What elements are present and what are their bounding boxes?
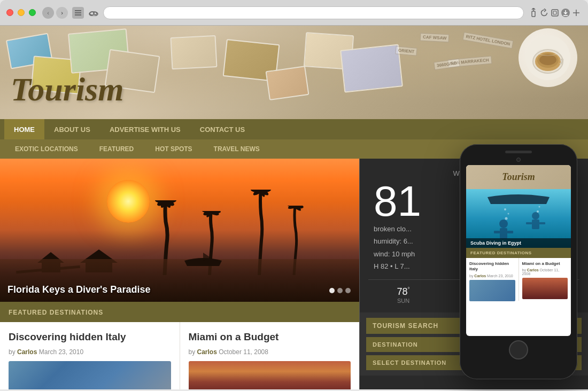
svg-rect-56 bbox=[494, 231, 500, 233]
phone-card-title-miami: Miami on a Budget bbox=[522, 261, 568, 267]
card-author-miami: Carlos bbox=[197, 348, 217, 356]
download-icon[interactable] bbox=[560, 7, 571, 18]
phone-site-title: Tourism bbox=[466, 165, 571, 189]
slider-dot-2[interactable] bbox=[337, 288, 343, 293]
svg-rect-57 bbox=[507, 231, 513, 233]
site-header: RITZ HOTEL LONDON SAN MARRAKECH CAF WSAW… bbox=[0, 26, 588, 119]
forecast-temp-sun: 78° bbox=[397, 286, 410, 298]
featured-title: FEATURED DESTINATIONS bbox=[9, 309, 103, 316]
phone-home-button[interactable] bbox=[509, 340, 528, 359]
card-meta-miami: by Carlos October 11, 2008 bbox=[189, 348, 351, 356]
nav-primary: HOME ABOUT US ADVERTISE WITH US CONTACT … bbox=[0, 119, 588, 139]
postcard-5 bbox=[170, 35, 217, 69]
nav-travelnews[interactable]: TRAVEL NEWS bbox=[203, 139, 270, 159]
phone-featured-header: FEATURED DESTINATIONS bbox=[466, 248, 571, 258]
close-button[interactable] bbox=[6, 9, 13, 16]
phone-camera bbox=[516, 158, 521, 162]
back-arrow[interactable]: ‹ bbox=[42, 7, 54, 19]
share-icon[interactable] bbox=[528, 7, 539, 18]
card-image-miami bbox=[189, 361, 351, 389]
card-img-miami bbox=[189, 361, 351, 389]
phone-card-miami: Miami on a Budget by Carlos October 11, … bbox=[519, 258, 571, 301]
tabs-icon[interactable] bbox=[550, 7, 560, 18]
forecast-label-sun: SUN bbox=[397, 298, 410, 304]
card-date-miami: October 11, 2008 bbox=[219, 348, 268, 356]
address-bar[interactable] bbox=[103, 6, 524, 19]
nav-featured[interactable]: FEATURED bbox=[89, 139, 144, 159]
nav-about[interactable]: ABOUT US bbox=[44, 119, 100, 139]
postcard-9 bbox=[340, 44, 403, 92]
nav-advertise[interactable]: ADVERTISE WITH US bbox=[100, 119, 190, 139]
slider-dot-3[interactable] bbox=[345, 288, 351, 293]
featured-section: FEATURED DESTINATIONS Discovering hidden… bbox=[0, 302, 359, 389]
svg-rect-6 bbox=[532, 11, 535, 17]
svg-rect-55 bbox=[500, 228, 507, 239]
hero-caption: Florida Keys a Diver's Paradise bbox=[7, 284, 150, 295]
cloud-icon[interactable] bbox=[88, 7, 99, 18]
svg-rect-60 bbox=[526, 222, 532, 224]
svg-rect-0 bbox=[75, 10, 81, 11]
slider-dots bbox=[329, 288, 351, 293]
boat bbox=[182, 253, 225, 269]
nav-arrows: ‹ › bbox=[42, 7, 68, 19]
nav-home[interactable]: HOME bbox=[4, 119, 44, 139]
nav-contact[interactable]: CONTACT US bbox=[190, 119, 254, 139]
phone-speaker bbox=[505, 151, 532, 153]
postcard-7 bbox=[266, 66, 310, 100]
reload-icon[interactable] bbox=[539, 7, 550, 18]
forecast-sun: 78° SUN bbox=[397, 286, 410, 304]
maximize-button[interactable] bbox=[29, 9, 36, 16]
phone-card-img-italy bbox=[469, 280, 515, 301]
svg-point-58 bbox=[532, 212, 539, 220]
new-tab-icon[interactable] bbox=[571, 7, 582, 18]
phone-screen: Tourism bbox=[466, 165, 571, 336]
phone-card-italy: Discovering hidden Italy by Carlos March… bbox=[466, 258, 519, 301]
svg-point-64 bbox=[504, 208, 506, 210]
card-author-italy: Carlos bbox=[17, 348, 37, 356]
hero-image: Florida Keys a Diver's Paradise bbox=[0, 159, 359, 302]
svg-point-63 bbox=[508, 213, 509, 215]
phone-card-date-italy: March 23, 2010 bbox=[487, 274, 513, 278]
phone-card-meta-miami: by Carlos October 11, 2008 bbox=[522, 268, 568, 276]
site-title: Tourism bbox=[11, 71, 123, 108]
card-date-italy: March 23, 2010 bbox=[39, 348, 83, 356]
hero-water bbox=[0, 259, 359, 302]
phone-card-author-italy: Carlos bbox=[474, 274, 486, 278]
window-chrome: ‹ › bbox=[0, 0, 588, 26]
svg-rect-59 bbox=[532, 220, 539, 229]
featured-card-italy: Discovering hidden Italy by Carlos March… bbox=[0, 322, 180, 389]
svg-point-62 bbox=[505, 217, 508, 220]
phone-card-author-miami: Carlos bbox=[527, 268, 539, 272]
phone-mockup: Tourism bbox=[460, 144, 577, 379]
phone-caption-bar: Scuba Diving in Egypt bbox=[466, 238, 571, 248]
slider-dot-1[interactable] bbox=[329, 288, 335, 293]
card-meta-italy: by Carlos March 23, 2010 bbox=[9, 348, 171, 356]
forward-arrow[interactable]: › bbox=[56, 7, 68, 19]
svg-rect-1 bbox=[75, 12, 81, 13]
svg-rect-8 bbox=[553, 11, 556, 14]
traffic-lights bbox=[6, 9, 36, 16]
sidebar-toggle[interactable] bbox=[72, 7, 84, 19]
svg-rect-2 bbox=[75, 14, 81, 15]
phone-hero: Scuba Diving in Egypt bbox=[466, 189, 571, 248]
minimize-button[interactable] bbox=[18, 9, 25, 16]
card-title-italy: Discovering hidden Italy bbox=[9, 331, 171, 344]
featured-header: FEATURED DESTINATIONS bbox=[0, 302, 359, 322]
hero-sun bbox=[107, 180, 150, 223]
phone-cards: Discovering hidden Italy by Carlos March… bbox=[466, 258, 571, 301]
nav-exotic[interactable]: EXOTIC LOCATIONS bbox=[4, 139, 89, 159]
nav-hotspots[interactable]: HOT SPOTS bbox=[144, 139, 203, 159]
svg-rect-7 bbox=[552, 10, 558, 16]
phone-card-meta-italy: by Carlos March 23, 2010 bbox=[469, 274, 515, 278]
coffee-cup bbox=[519, 28, 577, 87]
svg-point-66 bbox=[539, 206, 540, 208]
phone-card-title-italy: Discovering hidden Italy bbox=[469, 261, 515, 272]
main-column: Florida Keys a Diver's Paradise FEATURED… bbox=[0, 159, 359, 389]
card-img-italy bbox=[9, 361, 171, 389]
featured-cards: Discovering hidden Italy by Carlos March… bbox=[0, 322, 359, 389]
svg-point-54 bbox=[499, 220, 508, 228]
svg-point-17 bbox=[539, 54, 556, 65]
stamp-3: CAF WSAW bbox=[420, 33, 449, 43]
svg-rect-61 bbox=[539, 222, 545, 224]
featured-card-miami: Miami on a Budget by Carlos October 11, … bbox=[180, 322, 360, 389]
